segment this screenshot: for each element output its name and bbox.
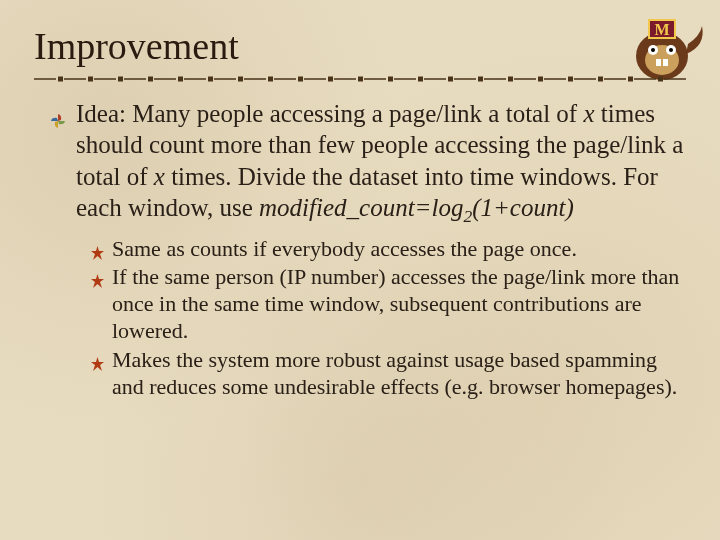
svg-rect-24 [448,77,453,82]
svg-rect-22 [388,77,393,82]
svg-text:M: M [654,21,669,38]
sub-bullet: If the same person (IP number) accesses … [94,264,686,344]
svg-rect-13 [118,77,123,82]
starburst-icon [90,352,105,367]
sub-bullet: Makes the system more robust against usa… [94,347,686,401]
main-bullet: Idea: Many people accessing a page/link … [56,98,686,228]
svg-point-5 [669,48,673,52]
svg-marker-33 [91,274,104,288]
formula-sub: 2 [463,206,472,226]
svg-rect-17 [238,77,243,82]
svg-rect-19 [298,77,303,82]
sub-bullet-list: Same as counts if everybody accesses the… [56,236,686,401]
svg-rect-11 [58,77,63,82]
svg-marker-34 [91,357,104,371]
divider [34,74,686,84]
svg-rect-16 [208,77,213,82]
main-text-pre: Idea: Many people accessing a page/link … [76,100,583,127]
formula-right: (1+count) [472,194,574,221]
slide: M Improvement [0,0,720,540]
svg-marker-32 [91,246,104,260]
svg-rect-31 [658,77,663,82]
svg-point-4 [651,48,655,52]
svg-rect-29 [598,77,603,82]
starburst-icon [90,269,105,284]
svg-rect-21 [358,77,363,82]
formula: modified_count=log2(1+count) [259,194,574,221]
sub-bullet-text: Makes the system more robust against usa… [112,347,677,399]
svg-rect-26 [508,77,513,82]
slide-title: Improvement [34,24,686,68]
svg-rect-25 [478,77,483,82]
svg-rect-7 [663,59,668,66]
sub-bullet: Same as counts if everybody accesses the… [94,236,686,263]
svg-rect-20 [328,77,333,82]
svg-rect-14 [148,77,153,82]
svg-rect-12 [88,77,93,82]
svg-rect-18 [268,77,273,82]
main-x1: x [583,100,594,127]
slide-body: Idea: Many people accessing a page/link … [34,98,686,401]
svg-rect-27 [538,77,543,82]
svg-rect-15 [178,77,183,82]
svg-rect-23 [418,77,423,82]
svg-rect-30 [628,77,633,82]
main-x2: x [154,163,165,190]
pinwheel-icon [50,105,66,121]
svg-rect-6 [656,59,661,66]
formula-left: modified_count=log [259,194,463,221]
svg-rect-28 [568,77,573,82]
starburst-icon [90,241,105,256]
sub-bullet-text: If the same person (IP number) accesses … [112,264,679,343]
sub-bullet-text: Same as counts if everybody accesses the… [112,236,577,261]
